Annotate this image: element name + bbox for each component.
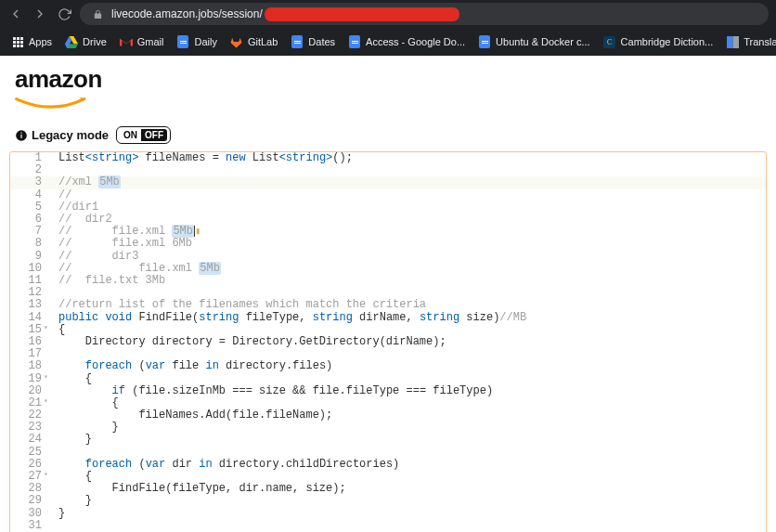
- lock-icon: [89, 6, 106, 22]
- code-content[interactable]: FindFile(fileType, dir.name, size);: [49, 483, 766, 495]
- code-line[interactable]: 29 }: [10, 495, 766, 507]
- bookmark-label: Drive: [83, 36, 107, 47]
- logo-bar: amazon: [0, 56, 776, 121]
- gutter: 3: [10, 176, 49, 188]
- code-content[interactable]: }: [49, 422, 766, 434]
- code-line[interactable]: 11// file.txt 3Mb: [10, 275, 766, 287]
- code-line[interactable]: 1List<string> fileNames = new List<strin…: [10, 152, 766, 164]
- bookmark-label: Access - Google Do...: [366, 36, 465, 47]
- gutter: 15: [10, 324, 49, 336]
- bookmark-daily[interactable]: Daily: [173, 35, 220, 48]
- bookmark-access-google-do-[interactable]: Access - Google Do...: [344, 35, 469, 48]
- bookmark-label: Apps: [29, 36, 52, 47]
- code-line[interactable]: 14public void FindFile(string fileType, …: [10, 312, 766, 324]
- amazon-logo: amazon: [15, 65, 761, 117]
- code-content[interactable]: public void FindFile(string fileType, st…: [49, 312, 766, 324]
- swoosh-icon: [15, 88, 761, 117]
- bookmark-cambridge-diction-[interactable]: CCambridge Diction...: [600, 35, 718, 48]
- bookmark-translator[interactable]: Translator: [722, 35, 776, 48]
- code-content[interactable]: foreach (var file in directory.files): [49, 360, 766, 372]
- nav-row: livecode.amazon.jobs/session/: [0, 0, 776, 28]
- code-line[interactable]: 30}: [10, 508, 766, 520]
- gutter: 25: [10, 447, 49, 459]
- code-line[interactable]: 5//dir1: [10, 201, 766, 214]
- code-content[interactable]: List<string> fileNames = new List<string…: [49, 152, 766, 164]
- forward-icon[interactable]: [32, 6, 48, 22]
- code-line[interactable]: 3//xml 5Mb: [10, 176, 766, 188]
- svg-rect-3: [732, 36, 739, 48]
- gutter: 2: [10, 164, 49, 176]
- code-editor[interactable]: 1List<string> fileNames = new List<strin…: [9, 151, 767, 532]
- gutter: 8: [10, 238, 49, 250]
- toggle-off[interactable]: OFF: [141, 129, 167, 141]
- bookmark-label: Gmail: [137, 36, 164, 47]
- code-line[interactable]: 28 FindFile(fileType, dir.name, size);: [10, 483, 766, 495]
- info-icon: [15, 129, 28, 142]
- code-line[interactable]: 24 }: [10, 434, 766, 446]
- code-line[interactable]: 18 foreach (var file in directory.files): [10, 360, 766, 372]
- trans-icon: [726, 35, 739, 48]
- code-line[interactable]: 23 }: [10, 422, 766, 434]
- code-content[interactable]: // file.txt 3Mb: [49, 275, 766, 287]
- code-content[interactable]: }: [49, 508, 766, 520]
- svg-text:C: C: [607, 38, 612, 46]
- gutter: 7: [10, 226, 49, 238]
- bookmark-apps[interactable]: Apps: [7, 35, 56, 48]
- legacy-text: Legacy mode: [32, 128, 109, 142]
- code-content[interactable]: [49, 164, 766, 176]
- code-line[interactable]: 20 if (file.sizeInMb === size && file.fi…: [10, 385, 766, 397]
- doc-icon: [176, 35, 189, 48]
- page-content: amazon Legacy mode ON OFF 1List<string> …: [0, 56, 776, 532]
- code-line[interactable]: 26 foreach (var dir in directory.childDi…: [10, 459, 766, 471]
- bookmark-label: Ubuntu & Docker c...: [496, 36, 590, 47]
- legacy-toggle[interactable]: ON OFF: [116, 126, 171, 144]
- code-content[interactable]: // dir2: [49, 214, 766, 226]
- code-content[interactable]: }: [49, 434, 766, 446]
- code-content[interactable]: //xml 5Mb: [49, 176, 766, 188]
- code-line[interactable]: 4//: [10, 189, 766, 201]
- reload-icon[interactable]: [56, 6, 72, 22]
- gutter: 24: [10, 434, 49, 446]
- gutter: 30: [10, 508, 49, 520]
- toggle-on[interactable]: ON: [120, 129, 141, 141]
- code-line[interactable]: 16 Directory directory = Directory.GetDi…: [10, 336, 766, 348]
- bookmark-drive[interactable]: Drive: [61, 35, 110, 48]
- url-redacted: [265, 7, 459, 21]
- code-content[interactable]: fileNames.Add(file.fileName);: [49, 409, 766, 422]
- url-text: livecode.amazon.jobs/session/: [111, 7, 263, 20]
- code-line[interactable]: 22 fileNames.Add(file.fileName);: [10, 409, 766, 422]
- code-content[interactable]: if (file.sizeInMb === size && file.fileT…: [49, 385, 766, 397]
- code-content[interactable]: Directory directory = Directory.GetDirec…: [49, 336, 766, 348]
- bookmark-gitlab[interactable]: GitLab: [226, 35, 281, 48]
- gutter: 1: [10, 152, 49, 164]
- code-content[interactable]: // file.xml 6Mb: [49, 238, 766, 250]
- url-bar[interactable]: livecode.amazon.jobs/session/: [80, 3, 769, 25]
- gutter: 20: [10, 385, 49, 397]
- code-line[interactable]: 6// dir2: [10, 214, 766, 226]
- gutter: 6: [10, 214, 49, 226]
- gutter: 9: [10, 251, 49, 263]
- code-content[interactable]: // file.xml 5Mb▮: [49, 226, 766, 238]
- bookmark-ubuntu-docker-c-[interactable]: Ubuntu & Docker c...: [474, 35, 594, 48]
- dict-icon: C: [603, 35, 616, 48]
- code-content[interactable]: //dir1: [49, 201, 766, 214]
- code-line[interactable]: 2: [10, 164, 766, 176]
- code-line[interactable]: 7// file.xml 5Mb▮: [10, 226, 766, 238]
- doc-icon: [348, 35, 361, 48]
- gutter: 14: [10, 312, 49, 324]
- bookmark-label: Dates: [308, 36, 335, 47]
- browser-chrome: livecode.amazon.jobs/session/ AppsDriveG…: [0, 0, 776, 56]
- back-icon[interactable]: [7, 6, 24, 22]
- bookmark-label: Daily: [194, 36, 216, 47]
- code-content[interactable]: }: [49, 495, 766, 507]
- code-content[interactable]: //: [49, 189, 766, 201]
- bookmarks-bar: AppsDriveGmailDailyGitLabDatesAccess - G…: [0, 28, 776, 56]
- drive-icon: [65, 35, 78, 48]
- gutter: 31: [10, 520, 49, 532]
- bookmark-gmail[interactable]: Gmail: [116, 35, 168, 48]
- bookmark-dates[interactable]: Dates: [287, 35, 339, 48]
- bookmark-label: GitLab: [248, 36, 278, 47]
- gutter: 4: [10, 189, 49, 201]
- gmail-icon: [120, 35, 133, 48]
- code-content[interactable]: foreach (var dir in directory.childDirec…: [49, 459, 766, 471]
